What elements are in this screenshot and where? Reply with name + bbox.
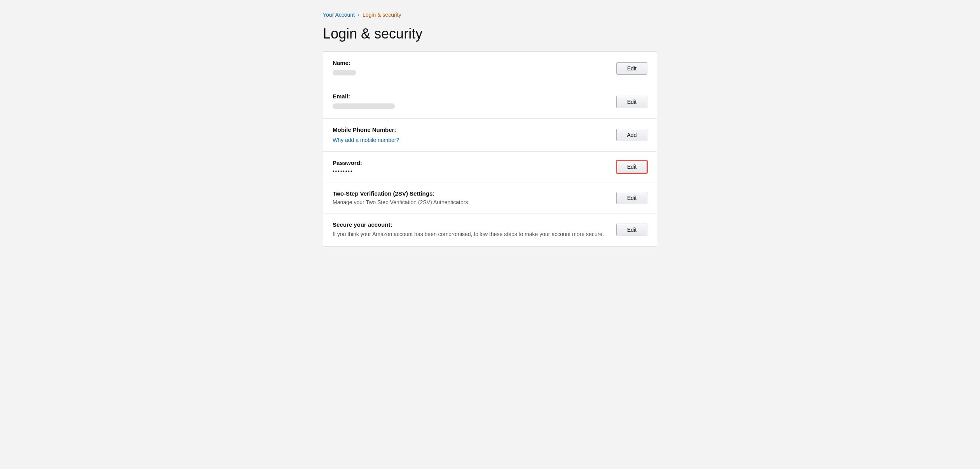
mobile-row: Mobile Phone Number: Why add a mobile nu…	[323, 119, 657, 152]
email-content: Email:	[333, 93, 616, 110]
password-row: Password: •••••••• Edit	[323, 152, 657, 182]
two-sv-row: Two-Step Verification (2SV) Settings: Ma…	[323, 182, 657, 214]
two-sv-description: Manage your Two Step Verification (2SV) …	[333, 199, 609, 205]
breadcrumb: Your Account › Login & security	[323, 12, 657, 18]
mobile-why-link[interactable]: Why add a mobile number?	[333, 137, 399, 143]
page-container: Your Account › Login & security Login & …	[315, 0, 665, 258]
breadcrumb-your-account[interactable]: Your Account	[323, 12, 355, 18]
email-row: Email: Edit	[323, 85, 657, 119]
mobile-add-button[interactable]: Add	[616, 129, 647, 141]
name-edit-button[interactable]: Edit	[616, 62, 647, 75]
two-sv-label: Two-Step Verification (2SV) Settings:	[333, 190, 609, 197]
password-content: Password: ••••••••	[333, 159, 616, 174]
breadcrumb-current: Login & security	[363, 12, 401, 18]
secure-row: Secure your account: If you think your A…	[323, 214, 657, 246]
email-label: Email:	[333, 93, 609, 100]
mobile-content: Mobile Phone Number: Why add a mobile nu…	[333, 126, 616, 144]
secure-edit-button[interactable]: Edit	[616, 224, 647, 236]
two-sv-content: Two-Step Verification (2SV) Settings: Ma…	[333, 190, 616, 205]
email-placeholder	[333, 103, 395, 109]
name-placeholder	[333, 70, 356, 75]
secure-label: Secure your account:	[333, 221, 609, 228]
password-stars: ••••••••	[333, 168, 609, 174]
secure-description: If you think your Amazon account has bee…	[333, 230, 609, 238]
password-label: Password:	[333, 159, 609, 166]
two-sv-edit-button[interactable]: Edit	[616, 192, 647, 204]
name-row: Name: Edit	[323, 52, 657, 85]
name-content: Name:	[333, 60, 616, 77]
settings-card: Name: Edit Email: Edit Mobile Phone Numb…	[323, 51, 657, 247]
breadcrumb-separator: ›	[358, 12, 359, 18]
name-label: Name:	[333, 60, 609, 66]
password-edit-button[interactable]: Edit	[616, 160, 647, 173]
email-edit-button[interactable]: Edit	[616, 96, 647, 108]
secure-content: Secure your account: If you think your A…	[333, 221, 616, 238]
mobile-label: Mobile Phone Number:	[333, 126, 609, 133]
page-title: Login & security	[323, 26, 657, 42]
